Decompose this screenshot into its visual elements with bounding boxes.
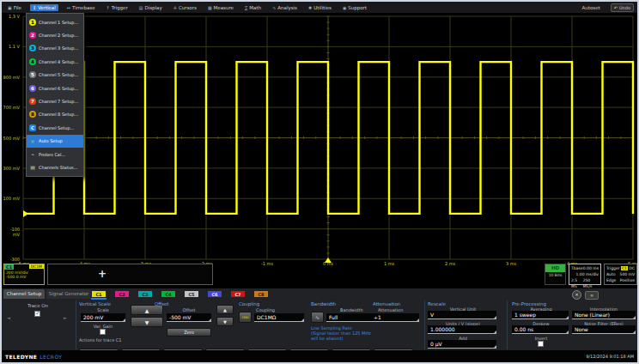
channel-chip-c7[interactable]: C7 <box>230 290 246 298</box>
menu-item-channel-setup[interactable]: CChannel Setup... <box>27 121 83 134</box>
menu-item-label: Probes Cal... <box>39 152 65 157</box>
channel-chip-c2[interactable]: C2 <box>114 290 130 298</box>
attenuation-field[interactable]: ÷1 <box>371 313 419 322</box>
menu-item-channel-5-setup[interactable]: 5Channel 5 Setup... <box>27 69 83 82</box>
c1-zero-level-marker[interactable] <box>23 210 28 217</box>
offset-up-button[interactable]: ▲ <box>216 305 234 314</box>
averaging-field[interactable]: 1 sweep <box>512 311 569 319</box>
close-dialog-button[interactable]: ✕ <box>572 290 581 300</box>
menu-trigger-label: Trigger <box>112 5 128 10</box>
menu-timebase[interactable]: ↔Timebase <box>64 4 98 11</box>
menu-support[interactable]: ◉Support <box>340 4 369 11</box>
timebase-descriptor-box[interactable]: Tbase 0.00 ms 1.00 ms/div 2.5 MS 250 MS/… <box>569 264 601 285</box>
v-axis-label: 500 mV <box>3 136 20 141</box>
menu-item-channel-1-setup[interactable]: 1Channel 1 Setup... <box>27 15 83 28</box>
menu-item-channels-status[interactable]: ▤Channels Status... <box>27 161 83 173</box>
menu-item-channel-3-setup[interactable]: 3Channel 3 Setup... <box>27 42 83 55</box>
menu-utilities-label: Utilities <box>313 5 332 10</box>
prev-trace-arrow[interactable]: ◄ <box>7 315 10 320</box>
channel-chip-c3[interactable]: C3 <box>137 290 153 298</box>
trace-on-checkbox[interactable] <box>34 311 40 317</box>
v-axis-label: 700 mV <box>3 105 20 110</box>
probe-icon: ⌁ <box>29 151 36 157</box>
scale-down-button[interactable]: ▼ <box>131 317 163 327</box>
undo-label: Undo <box>619 5 630 10</box>
scale-field[interactable]: 200 mV <box>81 313 125 322</box>
vertical-scale-header: Vertical Scale <box>79 301 111 306</box>
c1-trace[interactable] <box>23 62 633 214</box>
menu-measure-label: Measure <box>214 5 234 10</box>
channel-8-icon: 8 <box>29 111 36 118</box>
menu-math[interactable]: ∑Math <box>242 4 264 11</box>
waveform-grid[interactable] <box>2 13 637 264</box>
trigger-descriptor-box[interactable]: Trigger C1 DC Auto 500 mV Edge Positive <box>604 264 637 285</box>
offset-down-button[interactable]: ▼ <box>216 317 234 326</box>
channel-setup-icon: C <box>29 124 36 131</box>
add-field[interactable]: 0 μV <box>428 340 496 349</box>
next-trace-arrow[interactable]: ► <box>64 315 67 320</box>
pin-dialog-button[interactable]: ≡ <box>585 291 599 300</box>
menu-item-label: Channel 6 Setup... <box>39 86 78 91</box>
c1-descriptor-box[interactable]: C1 DC1M 200 mV/div -500.0 mV <box>3 264 45 285</box>
menu-item-probes-cal[interactable]: ⌁Probes Cal... <box>27 148 83 161</box>
channel-chip-c8[interactable]: C8 <box>253 290 269 298</box>
tbase-rate: 250 MS/s <box>583 277 599 289</box>
menu-utilities[interactable]: ✱Utilities <box>306 4 334 11</box>
analysis-icon: ∿ <box>272 5 276 10</box>
invert-checkbox[interactable] <box>538 341 544 347</box>
bandwidth-field[interactable]: Full <box>326 313 374 322</box>
coupling-field[interactable]: DC1MΩ <box>254 313 304 322</box>
menu-item-channel-2-setup[interactable]: 2Channel 2 Setup... <box>27 28 83 41</box>
t-axis-label: 0 ms <box>319 261 338 266</box>
hd-bits-label: 10 Bits <box>545 272 565 279</box>
menu-bar: ▣File↕Vertical↔Timebase↑Trigger▤Display✛… <box>2 2 637 13</box>
hd-label: HD <box>545 264 565 272</box>
hd-mode-indicator[interactable]: HD 10 Bits <box>545 264 566 285</box>
vertical-icon: ↕ <box>33 5 36 10</box>
channel-chip-c4[interactable]: C4 <box>161 290 176 298</box>
tab-signal-generator[interactable]: Signal Generator <box>46 289 91 299</box>
bandwidth-label: Bandwidth <box>340 307 363 312</box>
channel-setup-panel: Channel Setup Signal Generator C1C2C3C4C… <box>2 288 637 350</box>
menu-item-channel-6-setup[interactable]: 6Channel 6 Setup... <box>27 82 83 94</box>
channel-chip-c5[interactable]: C5 <box>184 290 199 298</box>
tab-channel-setup[interactable]: Channel Setup <box>3 289 45 299</box>
slope-field[interactable]: 1.000000 <box>428 325 496 334</box>
var-gain-checkbox[interactable] <box>100 329 106 335</box>
trace-on-label: Trace On <box>14 303 62 308</box>
channel-chip-c1[interactable]: C1 <box>91 290 106 298</box>
undo-autoset-button[interactable]: ↶ Undo <box>611 3 634 12</box>
vertical-unit-field[interactable]: V <box>428 311 496 319</box>
noise-filter-field[interactable]: None <box>572 325 636 334</box>
zero-offset-button[interactable]: Zero <box>167 328 211 337</box>
menu-item-auto-setup[interactable]: ✳Auto Setup <box>27 135 83 148</box>
channel-chip-c6[interactable]: C6 <box>207 290 222 298</box>
menu-support-label: Support <box>348 5 367 10</box>
menu-item-channel-4-setup[interactable]: 4Channel 4 Setup... <box>27 55 83 68</box>
menu-measure[interactable]: ▦Measure <box>205 4 236 11</box>
menu-item-channel-8-setup[interactable]: 8Channel 8 Setup... <box>27 108 83 121</box>
interpolation-field[interactable]: None (Linear) <box>572 311 636 319</box>
v-axis-label: 900 mV <box>3 75 20 80</box>
menu-analysis[interactable]: ∿Analysis <box>270 4 300 11</box>
menu-item-label: Channel 1 Setup... <box>39 20 78 25</box>
file-icon: ▣ <box>8 5 12 10</box>
menu-item-label: Channel 5 Setup... <box>39 72 78 77</box>
menu-display[interactable]: ▤Display <box>137 4 165 11</box>
deskew-field[interactable]: 0.00 ns <box>512 325 569 334</box>
menu-item-channel-7-setup[interactable]: 7Channel 7 Setup... <box>27 94 83 107</box>
menu-vertical[interactable]: ↕Vertical <box>30 4 58 11</box>
v-axis-label: 300 mV <box>3 166 20 171</box>
offset-field[interactable]: -500 mV <box>167 313 211 322</box>
crosshair-icon: + <box>98 268 106 280</box>
waveform-display-area[interactable]: 1.3 V1.1 V900 mV700 mV500 mV300 mV100 mV… <box>2 13 637 289</box>
menu-file[interactable]: ▣File <box>5 4 24 11</box>
v-axis-label: 1.3 V <box>3 14 20 19</box>
cursor-readout-box[interactable]: + <box>47 264 213 285</box>
math-icon: ∑ <box>245 5 247 10</box>
menu-trigger[interactable]: ↑Trigger <box>104 4 131 11</box>
c1-trace-tag: C1 <box>4 264 14 270</box>
timebase-icon: ↔ <box>67 5 70 10</box>
menu-cursors[interactable]: ✛Cursors <box>171 4 199 11</box>
menu-item-label: Channel 4 Setup... <box>39 59 78 64</box>
